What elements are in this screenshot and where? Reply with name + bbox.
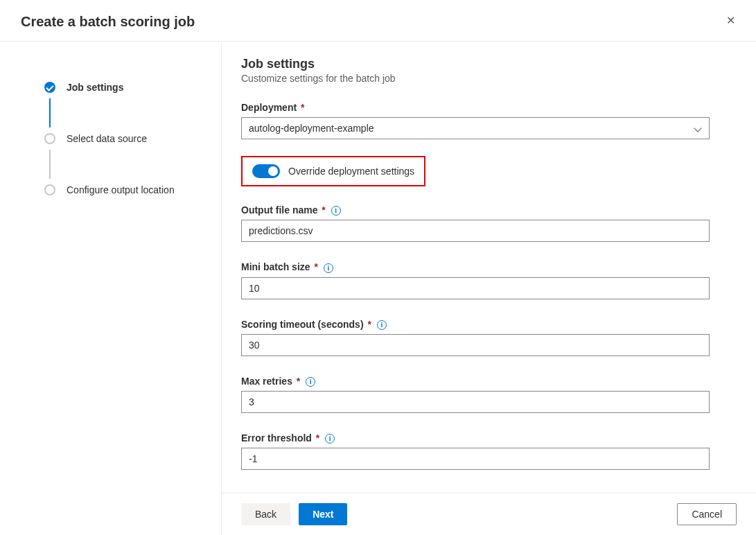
error-threshold-label: Error threshold * i [241,432,737,444]
scoring-timeout-label: Scoring timeout (seconds) * i [241,319,737,330]
deployment-value: autolog-deployment-example [249,123,374,134]
section-subtitle: Customize settings for the batch job [241,73,737,84]
chevron-down-icon [694,124,702,132]
required-asterisk: * [298,102,304,113]
info-icon[interactable]: i [306,377,315,387]
mini-batch-label: Mini batch size * i [241,261,737,272]
required-asterisk: * [294,376,300,387]
step-connector [49,98,51,128]
info-icon[interactable]: i [377,320,387,330]
field-mini-batch-size: Mini batch size * i [241,261,737,299]
step-label: Configure output location [67,184,175,195]
dialog-title: Create a batch scoring job [21,14,195,30]
label-text: Error threshold [241,432,312,444]
override-toggle[interactable] [252,164,280,178]
dialog-header: Create a batch scoring job ✕ [0,0,756,42]
checkmark-icon [44,82,55,93]
step-job-settings[interactable]: Job settings [44,80,221,94]
dialog-body: Job settings Select data source Configur… [0,42,756,535]
info-icon[interactable]: i [325,434,335,444]
field-max-retries: Max retries * i [241,376,737,413]
main-scroll-area[interactable]: Job settings Customize settings for the … [222,42,756,493]
required-asterisk: * [312,261,318,272]
error-threshold-input[interactable] [241,448,710,470]
required-asterisk: * [365,319,371,330]
mini-batch-input[interactable] [241,277,710,299]
max-retries-label: Max retries * i [241,376,737,387]
step-configure-output[interactable]: Configure output location [44,183,221,197]
max-retries-input[interactable] [241,391,710,413]
required-asterisk: * [319,204,325,216]
main-panel: Job settings Customize settings for the … [222,42,756,535]
step-label: Select data source [67,133,147,144]
label-text: Deployment [241,102,297,113]
step-connector [49,150,51,179]
next-button[interactable]: Next [299,503,347,525]
footer-left-buttons: Back Next [241,503,347,525]
label-text: Output file name [241,204,317,216]
deployment-select[interactable]: autolog-deployment-example [241,117,710,139]
circle-icon [44,184,55,195]
label-text: Mini batch size [241,261,310,272]
wizard-stepper: Job settings Select data source Configur… [0,42,222,535]
back-button[interactable]: Back [241,503,290,525]
section-title: Job settings [241,57,737,71]
required-asterisk: * [313,432,319,444]
step-label: Job settings [67,82,123,93]
field-deployment: Deployment * autolog-deployment-example [241,102,737,139]
override-toggle-label: Override deployment settings [288,166,414,177]
step-select-data-source[interactable]: Select data source [44,132,221,146]
output-file-input[interactable] [241,220,710,242]
field-error-threshold: Error threshold * i [241,432,737,470]
info-icon[interactable]: i [324,263,333,273]
output-file-label: Output file name * i [241,204,737,216]
cancel-button[interactable]: Cancel [677,503,737,525]
info-icon[interactable]: i [331,206,341,216]
deployment-label: Deployment * [241,102,737,113]
field-scoring-timeout: Scoring timeout (seconds) * i [241,319,737,356]
wizard-footer: Back Next Cancel [222,493,756,535]
override-deployment-settings: Override deployment settings [241,156,425,186]
label-text: Scoring timeout (seconds) [241,319,364,330]
circle-icon [44,133,55,144]
field-output-file-name: Output file name * i [241,204,737,242]
label-text: Max retries [241,376,292,387]
close-icon[interactable]: ✕ [722,14,739,28]
scoring-timeout-input[interactable] [241,334,710,356]
